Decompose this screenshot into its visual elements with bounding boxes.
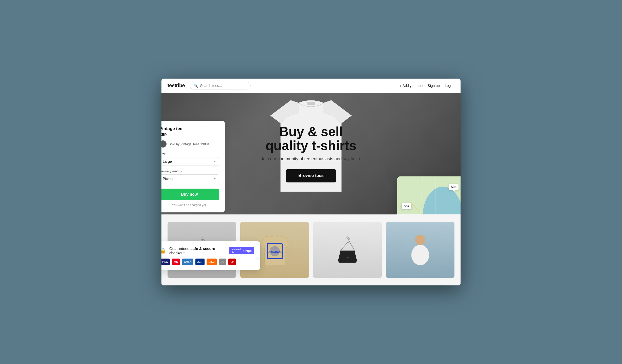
signup-link[interactable]: Sign up (428, 84, 440, 88)
hero-content: Buy & sellquality t-shirts Join our comm… (261, 125, 361, 182)
buy-now-button[interactable]: Buy now (161, 189, 219, 200)
product-card: Vintage tee €99 Sold by Vintage Tees 198… (161, 121, 225, 212)
hero-section: Buy & sellquality t-shirts Join our comm… (161, 93, 461, 214)
svg-point-17 (347, 237, 348, 238)
mastercard-icon: MC (172, 259, 180, 265)
delivery-label: Delivery method (161, 169, 219, 173)
lock-icon: 🔒 (161, 248, 166, 254)
search-bar[interactable]: 🔍 (190, 82, 251, 89)
seller-avatar (161, 140, 167, 148)
payment-top: 🔒 Guaranteed safe & secure checkout Powe… (161, 246, 254, 255)
visa-icon: VISA (161, 259, 170, 265)
amex-icon: AMEX (182, 259, 193, 265)
size-label: Size (161, 152, 219, 156)
svg-text:yes: yes (346, 257, 349, 259)
product-price: €99 (161, 132, 219, 137)
diners-icon: DC (219, 259, 226, 265)
powered-by-text: Powered by (232, 248, 242, 253)
map-pin-1: 50€ (449, 184, 459, 190)
map-card: 50€ 50€ 10€ 25€ 50€ (397, 176, 461, 214)
svg-point-19 (415, 235, 425, 245)
delivery-select[interactable]: Pick up Shipping (161, 174, 219, 183)
hero-title: Buy & sellquality t-shirts (261, 125, 361, 152)
hanger-wrap-4: ·· ·· (405, 222, 435, 278)
seller-name: Sold by Vintage Tees 1980s (169, 142, 209, 146)
size-group: Size Large Small Medium XL XXL (161, 152, 219, 166)
seller-row: Sold by Vintage Tees 1980s (161, 140, 219, 148)
browse-tees-button[interactable]: Browse tees (286, 169, 336, 183)
size-select[interactable]: Large Small Medium XL XXL (161, 157, 219, 166)
hanger-wrap-2: ORIGINAL (260, 222, 290, 278)
hanger-wrap-3: yes (337, 222, 358, 278)
stripe-name: stripe (243, 249, 252, 253)
nav-right: + Add your tee Sign up Log in (400, 84, 454, 88)
payment-icons: VISA MC AMEX JCB DISC DC UP (161, 259, 254, 265)
payment-text: Guaranteed safe & secure checkout (169, 246, 226, 255)
delivery-group: Delivery method Pick up Shipping (161, 169, 219, 183)
navbar: teetribe 🔍 + Add your tee Sign up Log in (161, 79, 461, 93)
search-icon: 🔍 (194, 84, 198, 88)
svg-rect-0 (307, 102, 315, 105)
map-background: 50€ 50€ 10€ 25€ 50€ (397, 176, 461, 214)
search-input[interactable] (200, 84, 247, 88)
discover-icon: DISC (207, 259, 217, 265)
no-charge-notice: You won't be charged yet. (161, 203, 219, 207)
unionpay-icon: UP (228, 259, 236, 265)
product-title: Vintage tee (161, 126, 219, 131)
add-tee-link[interactable]: + Add your tee (400, 84, 423, 88)
hero-subtitle: Join our community of tee enthusiasts an… (261, 157, 361, 162)
payment-card: 🔒 Guaranteed safe & secure checkout Powe… (161, 241, 260, 270)
product-thumb-4[interactable]: ·· ·· (386, 222, 454, 278)
login-link[interactable]: Log in (445, 84, 454, 88)
map-pin-2: 50€ (402, 203, 411, 209)
product-thumb-3[interactable]: yes (313, 222, 382, 278)
svg-text:·· ··: ·· ·· (419, 255, 422, 257)
site-logo[interactable]: teetribe (168, 83, 185, 88)
svg-text:ORIGINAL: ORIGINAL (267, 250, 282, 254)
browser-window: teetribe 🔍 + Add your tee Sign up Log in (161, 79, 461, 285)
jcb-icon: JCB (195, 259, 205, 265)
stripe-badge: Powered by stripe (229, 247, 254, 254)
